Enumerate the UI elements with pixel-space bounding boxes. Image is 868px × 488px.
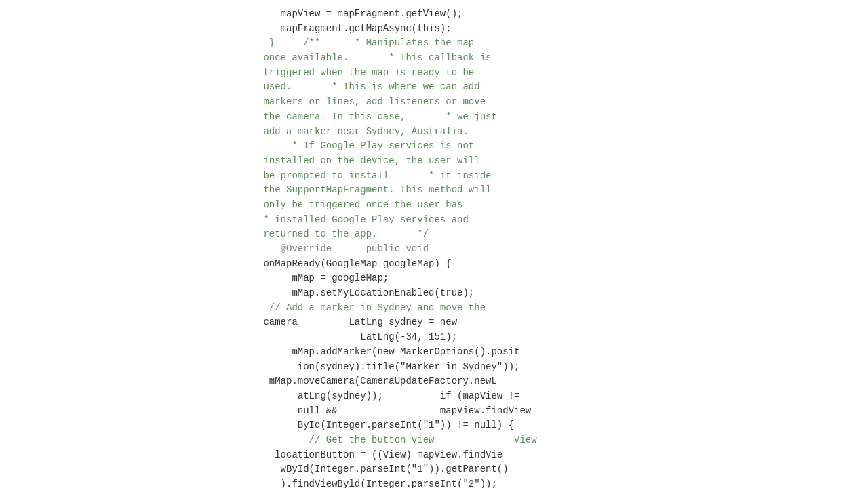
code-line-26: atLng(sydney)); if (mapView !=: [258, 389, 610, 404]
code-line-23: mMap.addMarker(new MarkerOptions().posit: [258, 345, 610, 360]
code-line-0: mapView = mapFragment.getView();: [258, 7, 610, 22]
code-line-15: returned to the app. */: [258, 227, 610, 242]
code-line-4: triggered when the map is ready to be: [258, 66, 610, 81]
code-line-5: used. * This is where we can add: [258, 80, 610, 95]
code-line-9: * If Google Play services is not: [258, 139, 610, 154]
code-line-8: add a marker near Sydney, Australia.: [258, 125, 610, 140]
code-block: mapView = mapFragment.getView(); mapFrag…: [0, 7, 868, 488]
code-line-30: locationButton = ((View) mapView.findVie: [258, 448, 610, 463]
code-line-12: the SupportMapFragment. This method will: [258, 183, 610, 198]
code-line-11: be prompted to install * it inside: [258, 169, 610, 184]
code-line-10: installed on the device, the user will: [258, 154, 610, 169]
code-line-13: only be triggered once the user has: [258, 198, 610, 213]
code-line-22: LatLng(-34, 151);: [258, 330, 610, 345]
code-line-16: @Override public void: [258, 242, 610, 257]
code-line-31: wById(Integer.parseInt("1")).getParent(): [258, 462, 610, 477]
code-line-20: // Add a marker in Sydney and move the: [258, 301, 610, 316]
code-line-7: the camera. In this case, * we just: [258, 110, 610, 125]
code-container: mapView = mapFragment.getView(); mapFrag…: [0, 0, 868, 488]
code-line-25: mMap.moveCamera(CameraUpdateFactory.newL: [258, 374, 610, 389]
code-line-19: mMap.setMyLocationEnabled(true);: [258, 286, 610, 301]
code-line-2: } /** * Manipulates the map: [258, 36, 610, 51]
code-line-21: camera LatLng sydney = new: [258, 315, 610, 330]
code-line-14: * installed Google Play services and: [258, 213, 610, 228]
code-line-32: ).findViewByld(Integer.parseInt("2"));: [258, 477, 610, 488]
code-line-3: once available. * This callback is: [258, 51, 610, 66]
code-line-27: null && mapView.findView: [258, 404, 610, 419]
code-line-24: ion(sydney).title("Marker in Sydney"));: [258, 360, 610, 375]
code-line-1: mapFragment.getMapAsync(this);: [258, 22, 610, 37]
code-line-18: mMap = googleMap;: [258, 271, 610, 286]
code-line-28: ById(Integer.parseInt("1")) != null) {: [258, 418, 610, 433]
code-line-17: onMapReady(GoogleMap googleMap) {: [258, 257, 610, 272]
code-line-6: markers or lines, add listeners or move: [258, 95, 610, 110]
code-line-29: // Get the button view View: [258, 433, 610, 448]
